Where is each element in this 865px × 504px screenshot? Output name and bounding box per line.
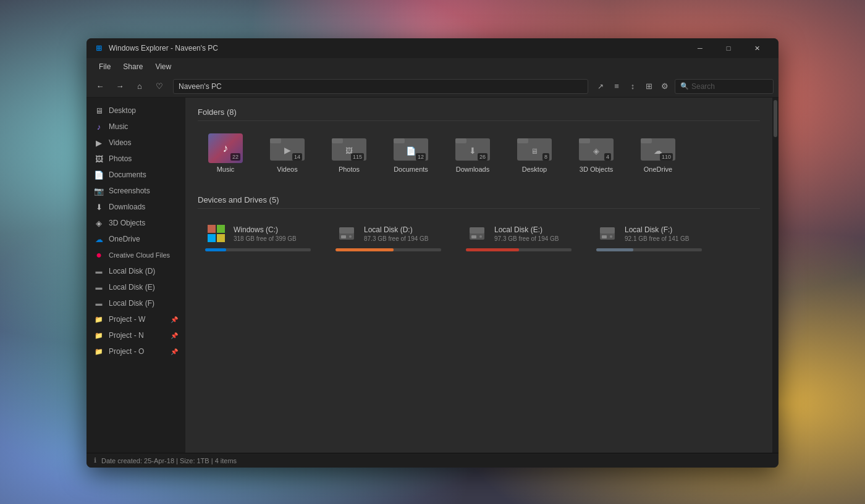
view-toggle-icon[interactable]: ≡ [609, 79, 624, 94]
folder-downloads-label: Downloads [456, 166, 489, 173]
scrollbar[interactable] [772, 98, 778, 453]
sidebar-label-onedrive: OneDrive [109, 235, 140, 243]
close-button[interactable]: ✕ [743, 38, 771, 58]
sidebar-item-downloads[interactable]: ⬇ Downloads [86, 199, 185, 215]
drives-section-header: Devices and Drives (5) [198, 195, 760, 209]
sidebar-item-project-w[interactable]: 📁 Project - W 📌 [86, 311, 185, 327]
sidebar-label-local-f: Local Disk (F) [109, 299, 154, 308]
folder-onedrive[interactable]: ☁ 110 OneDrive [630, 128, 686, 178]
folder-downloads-icon: ⬇ 26 [455, 133, 490, 163]
sidebar-item-onedrive[interactable]: ☁ OneDrive [86, 231, 185, 247]
drive-windows-c-bar-container [205, 248, 311, 251]
folders-section-header: Folders (8) [198, 107, 760, 121]
favorite-button[interactable]: ♡ [151, 78, 168, 95]
local-d-icon: ▬ [94, 266, 104, 276]
sidebar-item-local-d[interactable]: ▬ Local Disk (D) [86, 263, 185, 279]
title-bar: ⊞ Windows Explorer - Naveen's PC ─ □ ✕ [86, 38, 778, 58]
windows-logo [206, 224, 226, 243]
svg-rect-13 [517, 138, 528, 143]
folder-videos[interactable]: ▶ 14 Videos [260, 128, 315, 178]
menu-file[interactable]: File [94, 60, 116, 74]
sidebar-item-local-e[interactable]: ▬ Local Disk (E) [86, 279, 185, 295]
menu-share[interactable]: Share [118, 60, 148, 74]
folder-desktop-icon: 🖥 8 [517, 133, 552, 163]
folder-photos-label: Photos [339, 166, 360, 173]
sidebar-label-project-o: Project - O [109, 347, 144, 356]
folder-3d-objects[interactable]: ◈ 4 3D Objects [568, 128, 624, 178]
menu-view[interactable]: View [150, 60, 176, 74]
sidebar-item-videos[interactable]: ▶ Videos [86, 135, 185, 151]
folder-music[interactable]: 22 Music [198, 128, 253, 178]
drive-windows-c[interactable]: Windows (C:) 318 GB free of 399 GB [198, 216, 318, 258]
svg-rect-34 [470, 227, 484, 233]
folder-documents[interactable]: 📄 12 Documents [383, 128, 439, 178]
sidebar-label-screenshots: Screenshots [109, 187, 150, 195]
sidebar-item-screenshots[interactable]: 📷 Screenshots [86, 183, 185, 199]
drive-local-e-space: 97.3 GB free of 194 GB [494, 235, 572, 242]
address-text: Naveen's PC [179, 82, 222, 91]
disk-icon-d [337, 224, 357, 243]
desktop-icon: 🖥 [94, 106, 104, 116]
share-icon[interactable]: ↗ [593, 79, 608, 94]
sidebar-item-local-f[interactable]: ▬ Local Disk (F) [86, 295, 185, 311]
sidebar-item-project-n[interactable]: 📁 Project - N 📌 [86, 327, 185, 343]
pin-icon-w: 📌 [171, 316, 178, 323]
maximize-button[interactable]: □ [714, 38, 743, 58]
forward-button[interactable]: → [111, 78, 129, 95]
search-bar[interactable]: 🔍 Search [675, 79, 774, 94]
status-text: Date created: 25-Apr-18 | Size: 1TB | 4 … [101, 457, 237, 464]
settings-icon[interactable]: ⚙ [657, 79, 672, 94]
address-bar[interactable]: Naveen's PC [173, 79, 588, 94]
screenshots-icon: 📷 [94, 186, 104, 196]
folder-photos[interactable]: 🖼 115 Photos [321, 128, 377, 178]
sidebar-item-desktop[interactable]: 🖥 Desktop [86, 103, 185, 119]
drive-windows-c-header: Windows (C:) 318 GB free of 399 GB [205, 222, 311, 245]
svg-point-36 [479, 235, 482, 238]
disk-icon-e [467, 224, 487, 243]
scrollbar-thumb[interactable] [774, 100, 777, 137]
drive-local-d-bar [335, 248, 394, 251]
svg-rect-19 [641, 138, 652, 143]
svg-rect-25 [208, 225, 216, 233]
svg-rect-16 [579, 138, 590, 143]
sidebar-item-creative-cloud[interactable]: ● Creative Cloud Files [86, 247, 185, 263]
onedrive-badge: 110 [660, 153, 673, 161]
folders-grid: 22 Music ▶ 14 Videos [198, 128, 760, 178]
folder-music-icon: 22 [208, 133, 243, 163]
sidebar-item-photos[interactable]: 🖼 Photos [86, 151, 185, 167]
minimize-button[interactable]: ─ [686, 38, 714, 58]
back-button[interactable]: ← [91, 78, 109, 95]
sort-icon[interactable]: ↕ [625, 79, 640, 94]
sidebar-item-project-o[interactable]: 📁 Project - O 📌 [86, 343, 185, 359]
drive-local-e-name: Local Disk (E:) [494, 225, 572, 234]
onedrive-icon: ☁ [94, 234, 104, 244]
status-info-icon: ℹ [94, 456, 96, 464]
drive-local-e[interactable]: Local Disk (E:) 97.3 GB free of 194 GB [458, 216, 579, 258]
svg-text:📄: 📄 [406, 146, 416, 156]
project-n-icon: 📁 [94, 330, 104, 340]
folder-onedrive-label: OneDrive [644, 166, 672, 173]
local-d-drive-icon [335, 222, 358, 245]
sidebar-item-documents[interactable]: 📄 Documents [86, 167, 185, 183]
menu-bar: File Share View [86, 58, 778, 75]
up-button[interactable]: ⌂ [131, 78, 148, 95]
documents-badge: 12 [416, 153, 426, 161]
folder-photos-icon: 🖼 115 [332, 133, 366, 163]
pin-icon-n: 📌 [171, 332, 178, 339]
drive-windows-c-info: Windows (C:) 318 GB free of 399 GB [234, 225, 311, 242]
drive-local-d[interactable]: Local Disk (D:) 87.3 GB free of 194 GB [328, 216, 449, 258]
local-e-icon: ▬ [94, 282, 104, 292]
svg-rect-4 [332, 138, 343, 143]
svg-text:⬇: ⬇ [469, 146, 476, 156]
sidebar-label-music: Music [109, 122, 128, 131]
sidebar-label-downloads: Downloads [109, 203, 145, 211]
grid-icon[interactable]: ⊞ [641, 79, 656, 94]
folder-desktop[interactable]: 🖥 8 Desktop [507, 128, 562, 178]
folder-downloads[interactable]: ⬇ 26 Downloads [445, 128, 500, 178]
drive-local-f[interactable]: Local Disk (F:) 92.1 GB free of 141 GB [589, 216, 709, 258]
sidebar-item-music[interactable]: ♪ Music [86, 119, 185, 135]
folder-music-label: Music [217, 166, 235, 173]
sidebar-item-3d-objects[interactable]: ◈ 3D Objects [86, 215, 185, 231]
content-area: 🖥 Desktop ♪ Music ▶ Videos 🖼 Photos 📄 Do… [86, 98, 778, 453]
svg-rect-35 [471, 235, 476, 238]
